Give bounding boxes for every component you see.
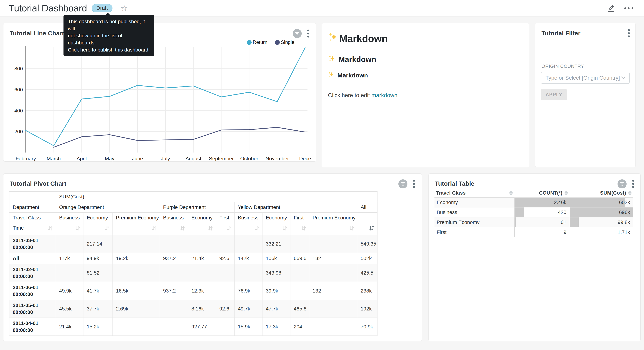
svg-text:April: April (76, 156, 87, 162)
pivot-time-row: Time (10, 223, 378, 235)
sort-carets-icon[interactable] (509, 190, 513, 196)
table-filter-button[interactable] (618, 179, 626, 188)
pivot-row-label: All (10, 253, 56, 264)
pivot-value-cell: 94.9k (84, 253, 113, 264)
col-header-sum-cost[interactable]: SUM(Cost) (570, 189, 633, 197)
pivot-sort-cell-active[interactable] (357, 223, 378, 235)
pivot-sort-cell[interactable] (234, 223, 262, 235)
sort-icon[interactable] (151, 225, 158, 232)
sort-carets-icon[interactable] (564, 190, 568, 196)
pivot-value-cell (216, 264, 234, 282)
pivot-class-header: Business (56, 212, 84, 223)
filter-kebab-menu[interactable] (628, 29, 630, 37)
kebab-menu-icon (307, 30, 309, 38)
tooltip-line: not show up in the list of dashboards. (68, 32, 150, 46)
draft-status-badge[interactable]: Draft (92, 4, 112, 12)
pivot-sort-cell[interactable] (84, 223, 113, 235)
more-actions-button[interactable] (622, 5, 635, 11)
table-kebab-menu[interactable] (632, 180, 634, 188)
pivot-data-row: 2011-04-0100:00:0021.4k15.2k927.7715.9k1… (10, 318, 378, 336)
pivot-value-cell: 192k (357, 300, 378, 318)
markdown-h2-text: Markdown (338, 55, 376, 64)
pivot-data-row: All117k94.9k19.2k937.221.4k92.6142k106k6… (10, 253, 378, 264)
svg-text:400: 400 (14, 108, 23, 114)
table-header-row: Travel ClassCOUNT(*)SUM(Cost) (434, 189, 633, 197)
apply-button[interactable]: APPLY (541, 89, 567, 100)
sort-icon[interactable] (74, 225, 81, 232)
chart-kebab-menu[interactable] (307, 30, 309, 38)
pivot-sort-cell[interactable] (160, 223, 188, 235)
markdown-h2: Markdown (328, 55, 523, 64)
svg-text:200: 200 (14, 129, 23, 134)
pivot-value-cell: 70.9k (357, 318, 378, 336)
pivot-value-cell (188, 264, 216, 282)
pivot-class-header: Economy (84, 212, 113, 223)
pivot-value-cell: 49.7k (234, 300, 262, 318)
pivot-sort-cell[interactable] (309, 223, 357, 235)
svg-text:February: February (16, 156, 36, 162)
svg-text:600: 600 (14, 87, 23, 92)
pivot-kebab-menu[interactable] (413, 180, 415, 188)
pivot-chart-panel: Tutorial Pivot Chart SUM(Cost)Department… (3, 173, 422, 341)
pivot-class-header: Premium Economy (309, 212, 357, 223)
line-chart[interactable]: 200400600800FebruaryMarchAprilMayJuneJul… (6, 44, 316, 165)
sort-icon[interactable] (282, 225, 288, 232)
svg-text:August: August (186, 156, 201, 162)
edit-dashboard-button[interactable] (605, 2, 617, 14)
sort-icon[interactable] (47, 225, 54, 232)
svg-text:800: 800 (14, 66, 23, 72)
sort-carets-icon[interactable] (628, 190, 632, 196)
pivot-sort-cell[interactable] (290, 223, 309, 235)
pivot-department-row: DepartmentOrange DepartmentPurple Depart… (10, 202, 378, 212)
pivot-class-header: Business (234, 212, 262, 223)
col-header-count[interactable]: COUNT(*) (514, 189, 570, 197)
sort-icon[interactable] (300, 225, 307, 232)
pivot-value-cell (309, 300, 357, 318)
svg-text:March: March (46, 156, 61, 162)
pivot-value-cell (309, 264, 357, 282)
kebab-menu-icon (628, 29, 630, 37)
sort-icon[interactable] (207, 225, 214, 232)
pivot-value-cell: 142k (234, 253, 262, 264)
sort-descending-icon[interactable] (368, 225, 375, 232)
chart-filter-button[interactable] (292, 29, 302, 38)
markdown-paragraph-text: Click here to edit (328, 92, 372, 98)
col-header-travel-class[interactable]: Travel Class (434, 189, 514, 197)
table-panel: Tutorial Table Travel ClassCOUNT(*)SUM(C… (428, 173, 640, 341)
sparkles-icon (328, 32, 339, 44)
sort-icon[interactable] (348, 225, 355, 232)
pivot-value-cell (234, 235, 262, 253)
pivot-value-cell: 39.9k (262, 282, 290, 300)
markdown-edit-link[interactable]: markdown (372, 92, 398, 98)
sort-icon[interactable] (226, 225, 232, 232)
pivot-sort-cell[interactable] (188, 223, 216, 235)
svg-text:October: October (240, 156, 258, 162)
sort-icon[interactable] (254, 225, 260, 232)
tooltip-line: Click here to publish this dashboard. (68, 46, 150, 53)
pivot-sort-cell[interactable] (262, 223, 290, 235)
pivot-value-cell: 19.2k (113, 253, 160, 264)
kebab-menu-icon (632, 180, 634, 188)
line-chart-title: Tutorial Line Chart (10, 30, 64, 37)
pivot-metric-row: SUM(Cost) (10, 192, 378, 202)
pivot-sort-cell[interactable] (56, 223, 84, 235)
pivot-value-cell (290, 264, 309, 282)
pivot-blank-cell (10, 192, 56, 202)
cell-sum: 602k (570, 197, 633, 207)
pivot-value-cell: 332.21 (262, 235, 290, 253)
favorite-star-icon[interactable]: ☆ (120, 4, 128, 12)
table-row: Premium Economy6199.8k (434, 217, 633, 227)
sort-icon[interactable] (179, 225, 186, 232)
sort-icon[interactable] (104, 225, 110, 232)
pivot-filter-button[interactable] (398, 179, 408, 188)
pivot-time-header[interactable]: Time (10, 223, 56, 235)
pivot-value-cell: 92.6 (216, 300, 234, 318)
pivot-value-cell: 45.5k (56, 300, 84, 318)
markdown-panel[interactable]: Markdown Markdown Markdown Click here to… (322, 23, 529, 168)
pivot-class-header: First (216, 212, 234, 223)
pivot-sort-cell[interactable] (216, 223, 234, 235)
origin-country-select[interactable]: Type or Select [Origin Country] (541, 72, 630, 84)
pivot-sort-cell[interactable] (113, 223, 160, 235)
pivot-all-header: All (357, 202, 378, 212)
pivot-value-cell (309, 235, 357, 253)
